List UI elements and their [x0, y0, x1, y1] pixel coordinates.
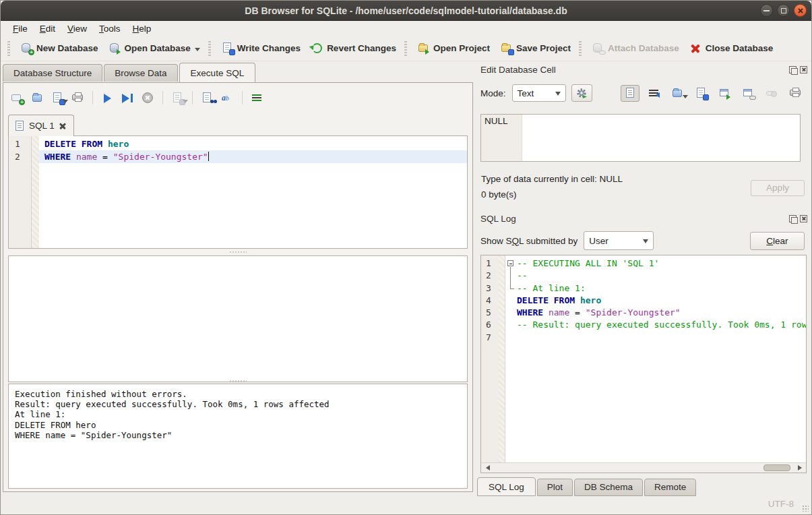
- status-bar: UTF-8: [1, 491, 811, 514]
- apply-button[interactable]: Apply: [751, 180, 805, 196]
- new-database-button[interactable]: + New Database: [15, 39, 104, 57]
- edit-cell-title: Edit Database Cell: [480, 65, 556, 75]
- execute-line-icon[interactable]: [122, 92, 133, 104]
- copy-link-icon[interactable]: [739, 85, 757, 102]
- revert-changes-icon: [311, 42, 323, 54]
- open-project-button[interactable]: Open Project: [412, 39, 495, 57]
- menu-tools[interactable]: Tools: [93, 22, 127, 35]
- scroll-left-icon[interactable]: [481, 463, 491, 473]
- maximize-icon[interactable]: [777, 4, 790, 17]
- project-open-icon: [418, 42, 429, 54]
- cell-size-info: 0 byte(s): [481, 189, 517, 200]
- stop-icon[interactable]: [142, 92, 154, 104]
- float-icon[interactable]: [789, 215, 797, 222]
- cell-edit-area[interactable]: [522, 115, 800, 161]
- auto-format-icon[interactable]: ab: [222, 92, 233, 104]
- titlebar: DB Browser for SQLite - /home/user/code/…: [1, 1, 811, 21]
- scrollbar-thumb[interactable]: [763, 464, 790, 471]
- write-changes-icon: [222, 42, 233, 54]
- code-line-2-current: WHERE name = "Spider-Youngster": [39, 150, 467, 163]
- close-tab-icon[interactable]: [59, 122, 67, 129]
- submitter-select[interactable]: User: [584, 231, 654, 250]
- print-icon[interactable]: [786, 85, 805, 102]
- export-data-icon[interactable]: [691, 85, 710, 102]
- open-external-icon[interactable]: [715, 85, 734, 102]
- log-horizontal-scrollbar[interactable]: [481, 462, 806, 473]
- filter-label: Show SQL submitted by: [480, 236, 577, 246]
- cell-mode-row: Mode: Text: [480, 84, 805, 102]
- chevron-down-icon: [195, 42, 200, 54]
- database-open-icon: [109, 42, 121, 54]
- word-wrap-icon[interactable]: [644, 85, 663, 102]
- close-icon[interactable]: [800, 66, 807, 73]
- menu-edit[interactable]: Edit: [34, 22, 61, 35]
- encoding-indicator: UTF-8: [768, 499, 794, 509]
- set-null-icon[interactable]: [762, 85, 781, 102]
- close-icon[interactable]: [794, 4, 807, 17]
- sql-document-tab[interactable]: SQL 1: [8, 115, 74, 136]
- app-window: { "window": { "title": "DB Browser for S…: [0, 0, 812, 515]
- cell-type-info: Type of data currently in cell: NULL: [481, 174, 623, 184]
- editor-line-numbers: 1 2: [9, 136, 32, 248]
- find-replace-icon[interactable]: [201, 92, 213, 104]
- word-wrap-icon[interactable]: [251, 92, 263, 104]
- tab-browse-data[interactable]: Browse Data: [104, 64, 177, 82]
- toolbar-handle: [404, 41, 407, 56]
- float-icon[interactable]: [789, 66, 797, 73]
- minimize-icon[interactable]: [760, 4, 773, 17]
- save-results-icon[interactable]: [172, 92, 183, 104]
- results-message-splitter[interactable]: [8, 378, 468, 383]
- save-sql-file-icon[interactable]: [52, 92, 63, 104]
- auto-switch-mode-button[interactable]: [571, 84, 592, 102]
- execute-all-icon[interactable]: [102, 92, 113, 104]
- text-cursor: [208, 152, 210, 161]
- sql-log-filter-row: Show SQL submitted by User Clear: [480, 231, 805, 250]
- text-mode-icon[interactable]: [621, 85, 639, 102]
- log-line-numbers: 1 2 3 4 5 6 7: [481, 255, 499, 462]
- revert-changes-button[interactable]: Revert Changes: [306, 39, 402, 57]
- database-close-icon: [690, 42, 701, 54]
- close-icon[interactable]: [800, 215, 807, 222]
- import-data-icon[interactable]: [668, 85, 687, 102]
- main-tab-bar: Database Structure Browse Data Execute S…: [3, 63, 257, 82]
- print-icon[interactable]: [72, 92, 84, 104]
- log-content: -- EXECUTING ALL IN 'SQL 1' -- -- At lin…: [505, 255, 806, 462]
- resize-grip[interactable]: [802, 505, 809, 512]
- cell-value-editor[interactable]: NULL: [480, 114, 801, 162]
- attach-database-button[interactable]: Attach Database: [587, 39, 685, 57]
- write-changes-button[interactable]: Write Changes: [216, 39, 306, 57]
- save-project-button[interactable]: Save Project: [495, 39, 576, 57]
- menu-help[interactable]: Help: [127, 22, 158, 35]
- editor-code-area[interactable]: DELETE FROM hero WHERE name = "Spider-Yo…: [39, 136, 467, 248]
- window-title: DB Browser for SQLite - /home/user/code/…: [245, 5, 567, 16]
- tab-database-structure[interactable]: Database Structure: [3, 64, 102, 82]
- sql-log-view: 1 2 3 4 5 6 7 -- EXECUTING ALL IN 'SQL 1…: [480, 255, 807, 473]
- tab-execute-sql[interactable]: Execute SQL: [179, 63, 256, 82]
- toolbar-handle: [7, 41, 10, 56]
- mode-select[interactable]: Text: [512, 84, 566, 102]
- tab-new-icon[interactable]: +: [11, 92, 23, 104]
- main-toolbar: + New Database Open Database Write Chang…: [1, 36, 811, 61]
- edit-cell-dock-header: Edit Database Cell: [480, 63, 807, 75]
- execution-message-pane: Execution finished without errors. Resul…: [8, 384, 468, 489]
- database-new-icon: +: [21, 42, 32, 54]
- sql-editor-toolbar: + ab: [11, 89, 263, 107]
- cell-editor-toolbar: [621, 85, 805, 102]
- close-database-button[interactable]: Close Database: [685, 39, 779, 57]
- scroll-right-icon[interactable]: [796, 463, 806, 473]
- menu-file[interactable]: File: [7, 22, 34, 35]
- cell-value: NULL: [481, 115, 522, 161]
- open-sql-file-icon[interactable]: [32, 92, 43, 104]
- menu-view[interactable]: View: [61, 22, 93, 35]
- log-gutter-strip: [499, 255, 505, 462]
- results-grid-pane: [8, 255, 468, 382]
- sql-tab-label: SQL 1: [29, 121, 55, 131]
- clear-button[interactable]: Clear: [750, 232, 805, 250]
- toolbar-handle: [579, 41, 582, 56]
- sql-editor[interactable]: 1 2 DELETE FROM hero WHERE name = "Spide…: [8, 135, 468, 249]
- editor-results-splitter[interactable]: [8, 249, 468, 254]
- open-database-button[interactable]: Open Database: [104, 39, 206, 57]
- fold-marker-icon[interactable]: [507, 260, 513, 266]
- code-line-1: DELETE FROM hero: [39, 138, 467, 150]
- sql-log-dock-header: SQL Log: [480, 212, 807, 224]
